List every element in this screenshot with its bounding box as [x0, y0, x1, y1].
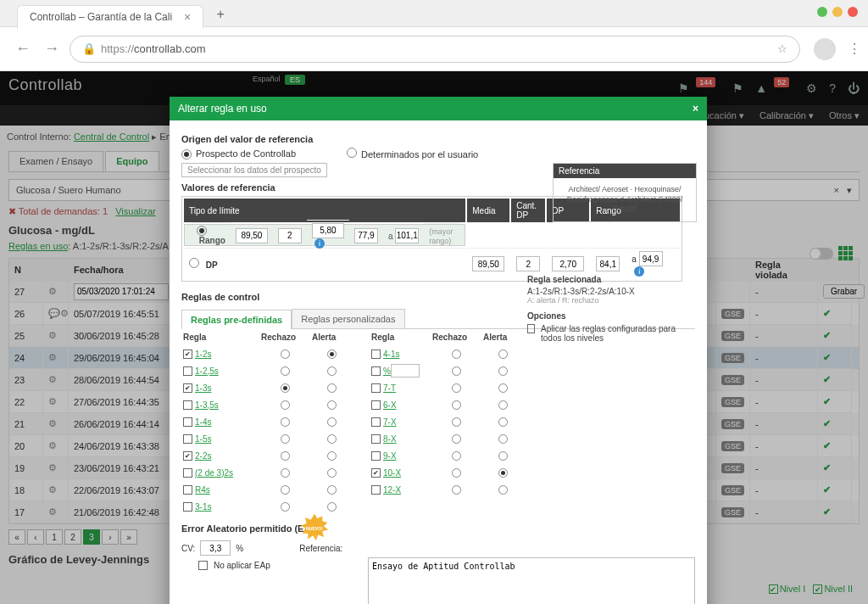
- input-dp[interactable]: [312, 223, 344, 238]
- rule-left[interactable]: (2 de 3)2s: [181, 464, 259, 481]
- rule-link[interactable]: 3-1s: [195, 502, 211, 512]
- rule-check[interactable]: [183, 417, 192, 427]
- rule-right[interactable]: 7-T: [370, 379, 431, 396]
- radio-rechazo[interactable]: [452, 350, 461, 359]
- radio-rechazo[interactable]: [281, 502, 290, 512]
- radio-rechazo[interactable]: [452, 383, 461, 393]
- input-cantdp[interactable]: [516, 256, 540, 271]
- traffic-green[interactable]: [817, 7, 827, 17]
- radio-rechazo[interactable]: [281, 350, 290, 359]
- input-cantdp[interactable]: [278, 228, 302, 243]
- radio-usuario[interactable]: Determinados por el usuario: [347, 148, 478, 159]
- radio-alerta[interactable]: [498, 383, 508, 393]
- radio-rechazo[interactable]: [452, 417, 461, 427]
- bookmark-icon[interactable]: ☆: [777, 42, 787, 55]
- radio-rechazo[interactable]: [281, 417, 290, 427]
- rule-link[interactable]: 1-2s: [195, 350, 211, 359]
- input-media[interactable]: [236, 228, 268, 243]
- rule-right[interactable]: 9-X: [370, 447, 431, 464]
- radio-alerta[interactable]: [327, 451, 337, 461]
- rule-link[interactable]: 1-3,5s: [195, 400, 219, 410]
- rule-check[interactable]: [371, 350, 381, 359]
- rule-link[interactable]: 2-2s: [195, 451, 211, 461]
- url-input[interactable]: 🔒 https:// controllab.com ☆: [70, 36, 800, 63]
- back-button[interactable]: ←: [12, 38, 34, 60]
- rule-link[interactable]: R4s: [195, 485, 210, 495]
- radio-alerta[interactable]: [327, 417, 337, 427]
- rule-left[interactable]: 1-4s: [181, 413, 259, 430]
- rule-right[interactable]: 10-X: [370, 464, 431, 481]
- rule-left[interactable]: 1-2,5s: [181, 362, 259, 379]
- modal-close-icon[interactable]: ×: [693, 103, 698, 115]
- radio-alerta[interactable]: [327, 350, 337, 359]
- rule-link[interactable]: 9-X: [383, 451, 397, 461]
- radio-alerta[interactable]: [498, 417, 508, 427]
- rule-check[interactable]: [371, 468, 381, 478]
- rule-link[interactable]: 1-3s: [195, 383, 211, 393]
- input-r1[interactable]: [596, 256, 620, 271]
- menu-icon[interactable]: ⋮: [848, 41, 856, 57]
- cv-input[interactable]: [200, 540, 231, 556]
- rule-check[interactable]: [183, 350, 192, 359]
- rule-link[interactable]: 4-1s: [383, 350, 399, 359]
- radio-rechazo[interactable]: [452, 366, 461, 376]
- input-r2[interactable]: [395, 228, 419, 243]
- radio-alerta[interactable]: [498, 350, 508, 359]
- radio-alerta[interactable]: [498, 451, 508, 461]
- check-applyall[interactable]: [527, 324, 535, 333]
- rule-left[interactable]: 2-2s: [181, 447, 259, 464]
- rule-link[interactable]: 1-4s: [195, 417, 211, 427]
- radio-alerta[interactable]: [327, 434, 337, 444]
- radio-alerta[interactable]: [498, 434, 508, 444]
- rule-check[interactable]: [183, 400, 192, 410]
- pct-input[interactable]: [391, 364, 420, 378]
- radio-alerta[interactable]: [498, 400, 508, 410]
- rule-right[interactable]: 12-X: [370, 481, 431, 498]
- radio-rechazo[interactable]: [452, 468, 461, 478]
- rule-check[interactable]: [183, 383, 192, 393]
- rule-check[interactable]: [183, 366, 192, 376]
- rule-right[interactable]: 7-X: [370, 413, 431, 430]
- rule-left[interactable]: 3-1s: [181, 498, 259, 515]
- rule-check[interactable]: [371, 400, 381, 410]
- rule-check[interactable]: [183, 434, 192, 444]
- rule-link[interactable]: 7-T: [383, 383, 396, 393]
- rule-check[interactable]: [371, 417, 381, 427]
- rule-link[interactable]: 8-X: [383, 434, 397, 444]
- input-media[interactable]: [472, 256, 504, 271]
- radio-alerta[interactable]: [327, 366, 337, 376]
- radio-alerta[interactable]: [327, 502, 337, 512]
- radio-alerta[interactable]: [498, 468, 508, 478]
- rule-left[interactable]: 1-5s: [181, 430, 259, 447]
- select-prospecto[interactable]: Seleccionar los datos del prospecto: [181, 163, 327, 177]
- apply-all-row[interactable]: Aplicar las reglas configuradas para tod…: [527, 324, 697, 343]
- rule-right[interactable]: %: [370, 362, 431, 379]
- rule-left[interactable]: 1-2s: [181, 345, 259, 362]
- rule-link[interactable]: 1-5s: [195, 434, 211, 444]
- radio-rechazo[interactable]: [281, 434, 290, 444]
- close-icon[interactable]: ×: [184, 10, 191, 24]
- rule-check[interactable]: [371, 383, 381, 393]
- subtab-personalizadas[interactable]: Reglas personalizadas: [292, 309, 404, 328]
- radio-rechazo[interactable]: [281, 366, 290, 376]
- radio-alerta[interactable]: [498, 485, 508, 495]
- rule-check[interactable]: [183, 502, 192, 512]
- traffic-red[interactable]: [848, 7, 858, 17]
- radio-alerta[interactable]: [327, 485, 337, 495]
- subtab-predefinidas[interactable]: Reglas pre-definidas: [181, 310, 292, 329]
- radio-prospecto[interactable]: Prospecto de Controllab: [181, 148, 296, 159]
- rule-right[interactable]: 6-X: [370, 396, 431, 413]
- rule-check[interactable]: [371, 434, 381, 444]
- rule-check[interactable]: [183, 451, 192, 461]
- browser-tab[interactable]: Controllab – Garantía de la Cali ×: [17, 5, 203, 29]
- rule-link[interactable]: 12-X: [383, 485, 401, 495]
- rule-link[interactable]: %: [383, 366, 391, 376]
- radio-alerta[interactable]: [327, 468, 337, 478]
- rule-left[interactable]: 1-3,5s: [181, 396, 259, 413]
- radio-dp[interactable]: [189, 258, 199, 268]
- traffic-yellow[interactable]: [832, 7, 843, 17]
- check-noeap[interactable]: [198, 561, 208, 570]
- info-icon[interactable]: i: [314, 238, 325, 249]
- input-r1[interactable]: [354, 228, 378, 243]
- row-rango[interactable]: Rango i a (mayor rango): [184, 224, 465, 246]
